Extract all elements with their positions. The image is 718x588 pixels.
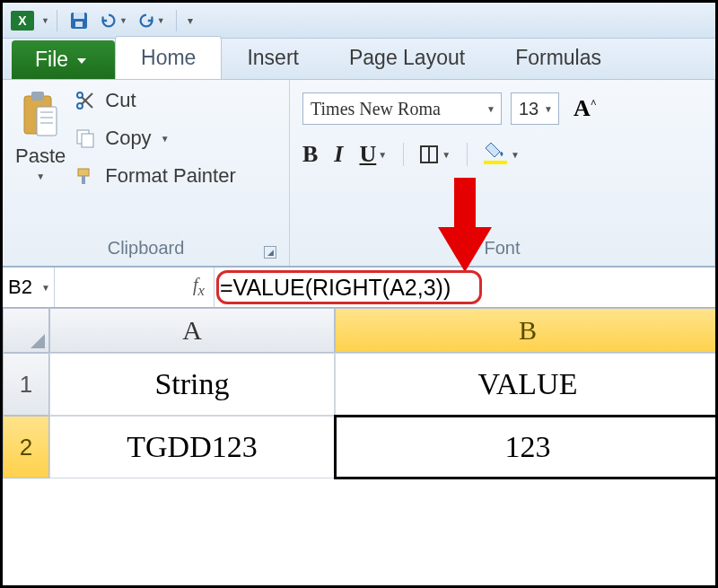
svg-rect-3 (74, 13, 84, 19)
svg-rect-7 (37, 107, 57, 136)
column-header-B[interactable]: B (335, 308, 718, 353)
fx-icon[interactable]: fx (193, 275, 205, 300)
ribbon: Paste ▼ Cut Copy ▼ Format Pain (3, 80, 715, 267)
format-painter-label: Format Painter (105, 164, 236, 188)
svg-rect-17 (78, 169, 89, 176)
paste-dropdown-icon[interactable]: ▼ (36, 171, 45, 181)
clipboard-dialog-launcher[interactable]: ◢ (264, 246, 276, 259)
svg-rect-16 (82, 134, 93, 147)
select-all-corner[interactable] (3, 308, 49, 353)
svg-rect-18 (82, 176, 85, 184)
copy-button[interactable]: Copy ▼ (74, 127, 236, 150)
font-name-value: Times New Roma (311, 99, 441, 119)
copy-icon (74, 127, 96, 149)
font-name-combo[interactable]: Times New Roma ▼ (302, 92, 502, 125)
formula-input[interactable] (220, 268, 715, 307)
row-header-1[interactable]: 1 (3, 353, 49, 416)
tab-insert[interactable]: Insert (222, 37, 324, 79)
paste-button[interactable]: Paste ▼ (15, 89, 66, 188)
fill-color-button[interactable]: ▼ (484, 145, 520, 164)
tab-file[interactable]: File (12, 40, 115, 79)
cell-A2[interactable]: TGDD123 (49, 416, 335, 478)
customize-qat-dropdown[interactable]: ▾ (184, 12, 197, 30)
formula-bar: B2 ▼ fx (3, 267, 715, 308)
ribbon-tabs: File Home Insert Page Layout Formulas (3, 39, 715, 80)
grow-font-button[interactable]: A^ (568, 95, 597, 122)
font-size-value: 13 (519, 99, 538, 119)
excel-logo-icon: X (10, 8, 35, 33)
cell-B2[interactable]: 123 (335, 416, 718, 478)
cut-label: Cut (105, 89, 136, 112)
row-header-2[interactable]: 2 (3, 416, 49, 478)
bold-button[interactable]: B (302, 141, 318, 168)
spreadsheet-grid: A B 1 String VALUE 2 TGDD123 123 (3, 308, 715, 478)
redo-button[interactable]: ▼ (133, 8, 169, 33)
underline-button[interactable]: U▼ (359, 141, 387, 168)
chevron-down-icon: ▼ (544, 104, 553, 114)
copy-label: Copy (105, 127, 151, 150)
cell-A1[interactable]: String (49, 353, 335, 416)
column-header-A[interactable]: A (49, 308, 335, 353)
tab-home[interactable]: Home (115, 36, 222, 79)
svg-rect-6 (31, 92, 44, 101)
format-painter-button[interactable]: Format Painter (74, 164, 236, 188)
group-font: Times New Roma ▼ 13 ▼ A^ B I U▼ (290, 80, 715, 266)
cell-B1[interactable]: VALUE (335, 353, 718, 416)
borders-icon (420, 145, 438, 163)
chevron-down-icon: ▼ (41, 283, 50, 293)
excel-window: X ▼ ▼ ▼ ▾ File Home Insert Page Layout F… (0, 0, 718, 588)
cut-button[interactable]: Cut (74, 89, 236, 112)
chevron-down-icon: ▼ (486, 104, 495, 114)
tab-page-layout[interactable]: Page Layout (324, 37, 490, 79)
clipboard-group-label: Clipboard ◢ (15, 234, 276, 262)
logo-dropdown-icon[interactable]: ▼ (41, 16, 49, 25)
paste-label: Paste (15, 145, 66, 168)
font-size-combo[interactable]: 13 ▼ (511, 92, 559, 125)
format-painter-icon (74, 165, 96, 187)
save-button[interactable] (65, 7, 93, 34)
svg-text:X: X (18, 13, 27, 28)
borders-button[interactable]: ▼ (420, 145, 451, 163)
fx-area: fx (55, 268, 215, 307)
scissors-icon (74, 90, 96, 111)
font-group-label: Font (302, 234, 702, 262)
undo-button[interactable]: ▼ (95, 8, 131, 33)
name-box[interactable]: B2 ▼ (3, 268, 55, 307)
group-clipboard: Paste ▼ Cut Copy ▼ Format Pain (3, 80, 290, 266)
paste-icon (19, 89, 62, 141)
svg-rect-4 (75, 22, 83, 27)
italic-button[interactable]: I (334, 141, 343, 168)
name-box-value: B2 (8, 276, 32, 299)
fill-color-icon (484, 145, 507, 164)
quick-access-toolbar: X ▼ ▼ ▼ ▾ (3, 3, 715, 39)
tab-formulas[interactable]: Formulas (490, 37, 626, 79)
